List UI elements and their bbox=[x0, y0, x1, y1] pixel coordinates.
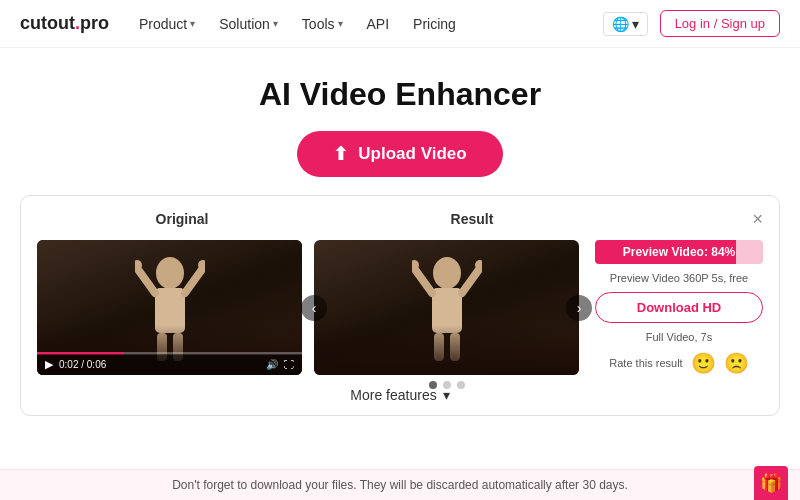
close-button[interactable]: × bbox=[752, 210, 763, 228]
full-video-label: Full Video, 7s bbox=[595, 331, 763, 343]
preview-progress-bar: Preview Video: 84% bbox=[595, 240, 763, 264]
time-display: 0:02 / 0:06 bbox=[59, 359, 106, 370]
play-button[interactable]: ▶ bbox=[45, 358, 53, 371]
navbar: cutout.pro Product ▾ Solution ▾ Tools ▾ … bbox=[0, 0, 800, 48]
logo[interactable]: cutout.pro bbox=[20, 13, 109, 34]
login-button[interactable]: Log in / Sign up bbox=[660, 10, 780, 37]
nav-pricing[interactable]: Pricing bbox=[413, 16, 456, 32]
chevron-down-icon: ▾ bbox=[632, 16, 639, 32]
preview-progress-text: Preview Video: 84% bbox=[623, 245, 736, 259]
dots-row bbox=[314, 381, 579, 389]
hero-section: AI Video Enhancer ⬆ Upload Video bbox=[0, 48, 800, 195]
page-title: AI Video Enhancer bbox=[259, 76, 541, 113]
result-gradient bbox=[314, 325, 579, 375]
main-card: Original Result × bbox=[20, 195, 780, 416]
thumbs-down-icon[interactable]: 🙁 bbox=[724, 351, 749, 375]
chevron-down-icon: ▾ bbox=[273, 18, 278, 29]
more-features-row[interactable]: More features ▾ bbox=[37, 387, 763, 403]
column-labels: Original Result bbox=[37, 211, 617, 227]
gift-button[interactable]: 🎁 bbox=[754, 466, 788, 500]
language-button[interactable]: 🌐 ▾ bbox=[603, 12, 648, 36]
result-video bbox=[314, 240, 579, 375]
fullscreen-button[interactable]: ⛶ bbox=[284, 359, 294, 370]
result-section: ‹ › bbox=[314, 240, 579, 375]
svg-point-8 bbox=[433, 257, 461, 289]
nav-right: 🌐 ▾ Log in / Sign up bbox=[603, 10, 780, 37]
original-label: Original bbox=[37, 211, 327, 227]
volume-button[interactable]: 🔊 bbox=[266, 359, 278, 370]
footer-bar: Don't forget to download your files. The… bbox=[0, 469, 800, 500]
rate-label: Rate this result bbox=[609, 357, 682, 369]
svg-line-10 bbox=[414, 268, 432, 293]
nav-tools[interactable]: Tools ▾ bbox=[302, 16, 343, 32]
nav-solution[interactable]: Solution ▾ bbox=[219, 16, 278, 32]
next-arrow-button[interactable]: › bbox=[566, 295, 592, 321]
prev-arrow-button[interactable]: ‹ bbox=[301, 295, 327, 321]
svg-line-2 bbox=[137, 268, 155, 293]
svg-point-0 bbox=[156, 257, 184, 289]
upload-button[interactable]: ⬆ Upload Video bbox=[297, 131, 502, 177]
upload-icon: ⬆ bbox=[333, 143, 348, 165]
rate-row: Rate this result 🙂 🙁 bbox=[595, 351, 763, 375]
result-label: Result bbox=[327, 211, 617, 227]
svg-line-11 bbox=[462, 268, 480, 293]
nav-links: Product ▾ Solution ▾ Tools ▾ API Pricing bbox=[139, 16, 603, 32]
dot-2[interactable] bbox=[443, 381, 451, 389]
dot-1[interactable] bbox=[429, 381, 437, 389]
card-header: Original Result × bbox=[37, 210, 763, 228]
video-controls: ▶ 0:02 / 0:06 🔊 ⛶ bbox=[37, 354, 302, 375]
chevron-down-icon: ▾ bbox=[338, 18, 343, 29]
original-video: ▶ 0:02 / 0:06 🔊 ⛶ bbox=[37, 240, 302, 375]
footer-text: Don't forget to download your files. The… bbox=[172, 478, 628, 492]
videos-area: ▶ 0:02 / 0:06 🔊 ⛶ ‹ bbox=[37, 240, 763, 375]
chevron-down-icon: ▾ bbox=[190, 18, 195, 29]
right-panel: Preview Video: 84% Preview Video 360P 5s… bbox=[591, 240, 763, 375]
svg-line-3 bbox=[185, 268, 203, 293]
gift-icon: 🎁 bbox=[760, 472, 782, 494]
nav-product[interactable]: Product ▾ bbox=[139, 16, 195, 32]
download-hd-button[interactable]: Download HD bbox=[595, 292, 763, 323]
thumbs-up-icon[interactable]: 🙂 bbox=[691, 351, 716, 375]
translate-icon: 🌐 bbox=[612, 16, 629, 32]
preview-sublabel: Preview Video 360P 5s, free bbox=[595, 272, 763, 284]
more-features-text: More features bbox=[350, 387, 436, 403]
nav-api[interactable]: API bbox=[367, 16, 390, 32]
dot-3[interactable] bbox=[457, 381, 465, 389]
chevron-down-icon: ▾ bbox=[443, 387, 450, 403]
